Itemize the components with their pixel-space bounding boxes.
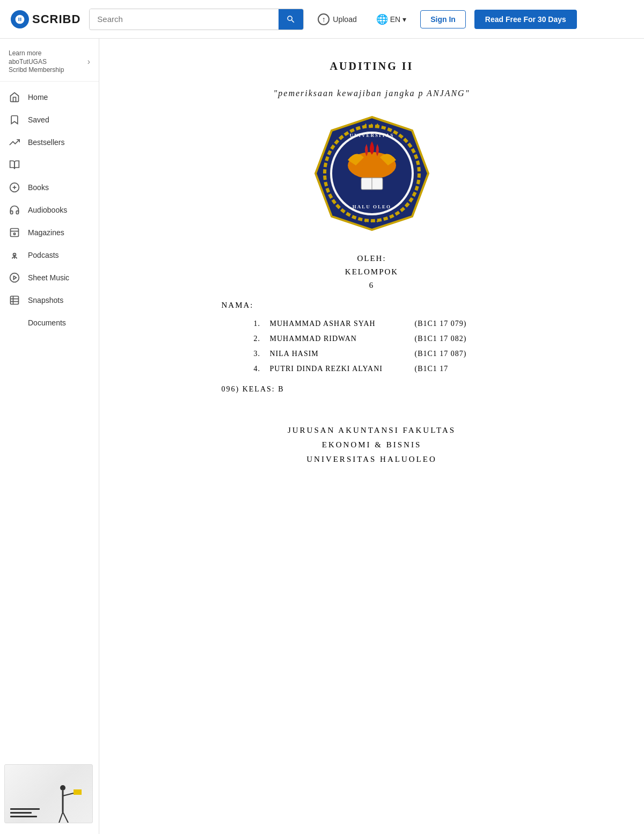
member-id-2: (B1C1 17 082) [415,331,467,346]
headphones-icon [9,204,20,216]
scribd-logo-icon [11,10,29,28]
svg-point-5 [13,233,15,235]
thumbnail-figure [57,780,84,823]
books-icon [9,182,20,193]
main-layout: Learn more aboTutUGAS Scribd Membership … [0,39,644,834]
main-content: AUDITING II "pemeriksaan kewajiban jangk… [99,39,644,834]
list-item: 4. PUTRI DINDA REZKI ALYANI (B1C1 17 [254,361,533,376]
language-selector[interactable]: 🌐 EN ▾ [371,13,412,25]
list-item: 3. NILA HASIM (B1C1 17 087) [254,346,533,361]
member-name-3: NILA HASIM [270,346,409,361]
globe-icon: 🌐 [376,13,388,25]
chevron-down-icon: ▾ [402,15,406,24]
open-book-icon [9,159,20,171]
member-num-1: 1. [254,316,265,331]
sidebar-item-magazines[interactable]: Magazines [0,221,99,244]
doc-members-list: 1. MUHAMMAD ASHAR SYAH (B1C1 17 079) 2. … [211,316,533,376]
university-logo: UNIVERSITAS HALU OLEO ✦ ✦ ✦ ✦ ✦ ✦ [313,114,431,233]
member-name-4: PUTRI DINDA REZKI ALYANI [270,361,409,376]
magazine-icon [9,227,20,238]
learn-more-text: Learn more [9,49,64,58]
search-icon [286,14,296,24]
lang-label: EN [390,15,400,24]
sidebar-thumbnail [0,760,99,828]
thumbnail-lines [10,808,40,817]
svg-text:UNIVERSITAS: UNIVERSITAS [349,133,394,138]
member-id-4: (B1C1 17 [415,361,449,376]
document-page: AUDITING II "pemeriksaan kewajiban jangk… [211,60,533,813]
doc-nama: NAMA: [211,301,533,310]
member-num-2: 2. [254,331,265,346]
svg-rect-9 [11,296,19,304]
svg-line-16 [63,812,68,823]
svg-point-17 [60,785,65,791]
doc-number: 6 [211,281,533,290]
svg-point-24 [362,156,382,180]
search-input[interactable] [90,9,279,29]
trending-icon [9,136,20,148]
sidebar-item-sheet-music[interactable]: Sheet Music [0,266,99,289]
sidebar-bestsellers-label: Bestsellers [28,138,64,147]
list-item: 1. MUHAMMAD ASHAR SYAH (B1C1 17 079) [254,316,533,331]
svg-text:✦ ✦ ✦: ✦ ✦ ✦ [364,122,380,127]
sidebar-item-home[interactable]: Home [0,86,99,108]
member-id-3: (B1C1 17 087) [415,346,467,361]
logo[interactable]: SCRIBD [11,10,80,28]
sidebar-home-label: Home [28,93,48,101]
bookmark-icon [9,114,20,126]
snapshot-icon [9,294,20,306]
search-container [89,9,304,30]
membership-text: Learn more aboTutUGAS Scribd Membership [9,49,64,75]
svg-text:✦ ✦ ✦: ✦ ✦ ✦ [364,219,380,224]
doc-oleh: OLEH: [211,254,533,263]
sidebar-item-podcasts[interactable]: Podcasts [0,244,99,266]
upload-button[interactable]: ↑ Upload [312,13,362,25]
sidebar-snapshots-label: Snapshots [28,296,63,304]
doc-kelompok: KELOMPOK [211,267,533,277]
member-id-1: (B1C1 17 079) [415,316,467,331]
doc-footer: JURUSAN AKUNTANSI FAKULTAS EKONOMI & BIS… [211,426,533,464]
sidebar-podcasts-label: Podcasts [28,251,59,259]
sidebar-sheet-music-label: Sheet Music [28,273,69,282]
thumbnail-line-3 [10,816,37,817]
music-icon [9,272,20,284]
sidebar-magazines-label: Magazines [28,228,64,237]
svg-line-14 [63,793,74,796]
read-free-button[interactable]: Read Free For 30 Days [474,10,577,29]
document-title: AUDITING II [330,60,414,72]
thumbnail-image [4,764,93,823]
sidebar-item-saved[interactable]: Saved [0,108,99,131]
home-icon [9,91,20,103]
sidebar-item-bestsellers[interactable]: Bestsellers [0,131,99,154]
upload-icon: ↑ [318,13,330,25]
sidebar-item-documents[interactable]: Documents [0,311,99,334]
podcast-icon [9,249,20,261]
sidebar-item-audiobooks[interactable]: Audiobooks [0,199,99,221]
sidebar-documents-label: Documents [28,318,66,327]
member-num-3: 3. [254,346,265,361]
footer-line-2: EKONOMI & BISNIS [211,440,533,449]
upload-label: Upload [333,15,356,24]
university-logo-svg: UNIVERSITAS HALU OLEO ✦ ✦ ✦ ✦ ✦ ✦ [313,114,431,233]
signin-button[interactable]: Sign In [420,10,466,28]
sidebar-membership[interactable]: Learn more aboTutUGAS Scribd Membership … [0,45,99,82]
member-num-4: 4. [254,361,265,376]
document-icon [9,317,20,329]
thumbnail-line-2 [10,812,32,814]
member-name-1: MUHAMMAD ASHAR SYAH [270,316,409,331]
footer-line-3: UNIVERSITAS HALUOLEO [211,455,533,464]
search-button[interactable] [279,9,303,30]
doc-kelas: 096) KELAS: B [211,385,533,394]
svg-rect-18 [74,789,82,795]
sidebar-item-books-section [0,154,99,176]
thumbnail-line-1 [10,808,40,810]
list-item: 2. MUHAMMAD RIDWAN (B1C1 17 082) [254,331,533,346]
sidebar-item-books[interactable]: Books [0,176,99,199]
document-body: OLEH: KELOMPOK 6 NAMA: 1. MUHAMMAD ASHAR… [211,254,533,469]
sidebar-item-snapshots[interactable]: Snapshots [0,289,99,311]
document-subtitle: "pemeriksaan kewajiban jangka p ANJANG" [274,89,470,98]
header: SCRIBD ↑ Upload 🌐 EN ▾ Sign In Read Free… [0,0,644,39]
membership-chevron-icon: › [87,57,90,67]
logo-text: SCRIBD [32,12,80,26]
sidebar: Learn more aboTutUGAS Scribd Membership … [0,39,99,834]
